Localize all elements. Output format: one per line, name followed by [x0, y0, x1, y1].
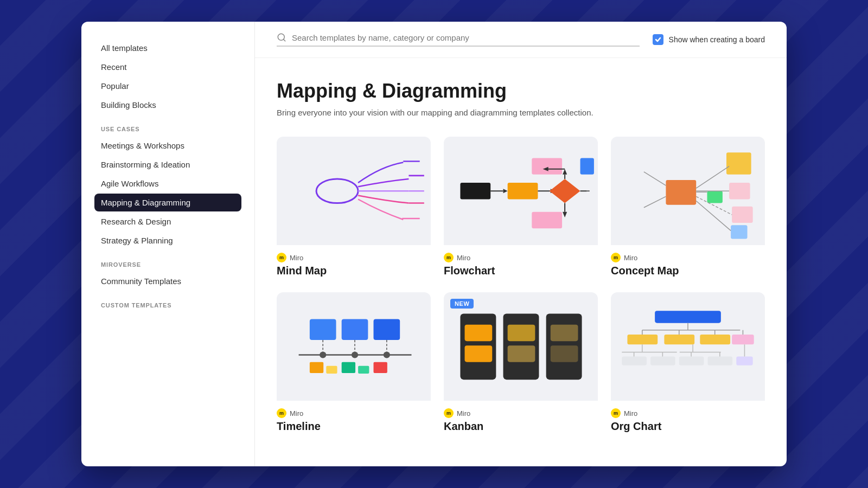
miro-icon-4: m — [277, 408, 286, 418]
svg-rect-67 — [732, 335, 754, 344]
modal-container: All templates Recent Popular Building Bl… — [81, 22, 787, 466]
template-card-timeline[interactable]: m Miro Timeline — [277, 292, 431, 435]
svg-rect-61 — [551, 324, 578, 341]
svg-rect-75 — [650, 356, 675, 365]
sidebar-nav-item-recent[interactable]: Recent — [94, 58, 241, 76]
template-card-kanban[interactable]: NEW — [444, 292, 598, 435]
custom-templates-label: CUSTOM TEMPLATES — [94, 291, 241, 313]
svg-rect-31 — [707, 191, 722, 203]
flowchart-name: Flowchart — [444, 265, 598, 277]
templates-grid: m Miro Mind Map — [277, 137, 765, 435]
timeline-name: Timeline — [277, 420, 431, 433]
svg-line-38 — [644, 196, 666, 207]
page-title: Mapping & Diagramming — [277, 80, 765, 102]
svg-rect-39 — [310, 319, 336, 340]
concept-map-provider: m Miro — [611, 253, 765, 262]
svg-rect-30 — [731, 225, 747, 239]
provider-name-4: Miro — [290, 409, 303, 418]
new-badge: NEW — [450, 299, 474, 309]
svg-rect-41 — [374, 319, 400, 340]
sidebar-nav-item-mapping[interactable]: Mapping & Diagramming — [94, 194, 241, 211]
flowchart-svg — [444, 142, 598, 241]
sidebar: All templates Recent Popular Building Bl… — [81, 22, 255, 466]
svg-rect-51 — [374, 362, 387, 373]
mind-map-svg — [277, 142, 431, 241]
provider-name-2: Miro — [457, 254, 470, 262]
search-input[interactable] — [292, 33, 640, 42]
kanban-provider: m Miro — [444, 408, 598, 418]
svg-rect-62 — [551, 345, 578, 362]
page-subtitle: Bring everyone into your vision with our… — [277, 108, 765, 117]
svg-rect-74 — [622, 356, 647, 365]
show-creating-label: Show when creating a board — [669, 35, 765, 44]
svg-marker-14 — [550, 179, 580, 203]
miro-icon: m — [277, 253, 286, 262]
org-chart-provider: m Miro — [611, 408, 765, 418]
svg-rect-49 — [310, 362, 323, 373]
use-cases-label: USE CASES — [94, 115, 241, 137]
mind-map-name: Mind Map — [277, 265, 431, 277]
org-chart-preview — [611, 292, 765, 401]
concept-map-svg — [611, 142, 765, 241]
miro-icon-2: m — [444, 253, 454, 262]
timeline-svg — [277, 297, 431, 396]
svg-line-32 — [696, 166, 729, 188]
svg-rect-50 — [342, 362, 355, 373]
sidebar-nav-item-building-blocks[interactable]: Building Blocks — [94, 96, 241, 114]
kanban-name: Kanban — [444, 420, 598, 433]
svg-line-1 — [283, 39, 285, 41]
kanban-preview: NEW — [444, 292, 598, 401]
concept-map-preview — [611, 137, 765, 245]
svg-rect-29 — [732, 206, 753, 222]
sidebar-nav-item-brainstorming[interactable]: Brainstorming & Ideation — [94, 156, 241, 174]
svg-marker-17 — [563, 212, 567, 217]
sidebar-nav-item-popular[interactable]: Popular — [94, 77, 241, 95]
miro-icon-5: m — [444, 408, 454, 418]
main-content: Show when creating a board Mapping & Dia… — [255, 22, 787, 466]
svg-rect-28 — [729, 183, 750, 199]
sidebar-nav-item-all-templates[interactable]: All templates — [94, 39, 241, 57]
kanban-info: m Miro Kanban — [444, 401, 598, 435]
mind-map-info: m Miro Mind Map — [277, 245, 431, 279]
org-chart-name: Org Chart — [611, 420, 765, 433]
sidebar-nav-item-agile[interactable]: Agile Workflows — [94, 175, 241, 192]
provider-name-6: Miro — [624, 409, 637, 418]
svg-marker-10 — [503, 189, 508, 193]
svg-rect-57 — [465, 324, 493, 341]
show-creating-wrapper: Show when creating a board — [653, 34, 765, 45]
flowchart-info: m Miro Flowchart — [444, 245, 598, 279]
concept-map-name: Concept Map — [611, 265, 765, 277]
sidebar-nav-item-meetings[interactable]: Meetings & Workshops — [94, 137, 241, 155]
svg-rect-18 — [532, 158, 562, 174]
show-creating-checkbox[interactable] — [653, 34, 663, 45]
miro-icon-3: m — [611, 253, 621, 262]
svg-rect-24 — [580, 158, 594, 174]
svg-rect-77 — [708, 356, 733, 365]
svg-rect-64 — [627, 335, 658, 344]
sidebar-nav-item-community[interactable]: Community Templates — [94, 272, 241, 290]
template-card-flowchart[interactable]: m Miro Flowchart — [444, 137, 598, 279]
svg-rect-53 — [358, 365, 369, 373]
svg-rect-40 — [342, 319, 368, 340]
template-card-org-chart[interactable]: m Miro Org Chart — [611, 292, 765, 435]
flowchart-preview — [444, 137, 598, 245]
search-input-wrapper — [277, 33, 640, 47]
sidebar-nav-item-strategy[interactable]: Strategy & Planning — [94, 232, 241, 249]
sidebar-nav-item-research[interactable]: Research & Design — [94, 213, 241, 230]
svg-rect-27 — [726, 152, 751, 175]
svg-marker-20 — [563, 169, 567, 174]
provider-name-5: Miro — [457, 409, 470, 418]
org-chart-info: m Miro Org Chart — [611, 401, 765, 435]
kanban-svg — [444, 297, 598, 396]
template-card-concept-map[interactable]: m Miro Concept Map — [611, 137, 765, 279]
svg-line-37 — [644, 172, 666, 185]
svg-rect-11 — [508, 183, 538, 199]
search-bar: Show when creating a board — [255, 22, 787, 58]
template-card-mind-map[interactable]: m Miro Mind Map — [277, 137, 431, 279]
flowchart-provider: m Miro — [444, 253, 598, 262]
svg-rect-58 — [465, 345, 493, 362]
svg-rect-66 — [700, 335, 730, 344]
svg-rect-60 — [508, 345, 535, 362]
svg-rect-23 — [532, 212, 562, 228]
svg-rect-52 — [326, 365, 337, 373]
